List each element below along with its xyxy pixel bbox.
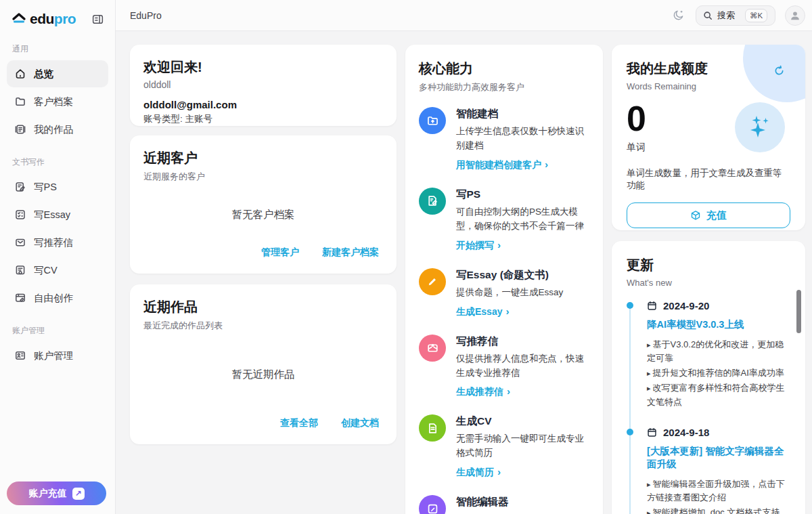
updates-card: 更新 What's new 2024-9-20 降AI率模型V3.0.3上线 基… — [612, 241, 805, 514]
refresh-icon[interactable] — [773, 65, 785, 77]
main-content: 欢迎回来! olddoll olddoll@gmail.com 账号类型: 主账… — [116, 31, 812, 514]
envelope-icon — [419, 335, 446, 362]
doc-pencil-icon — [14, 181, 26, 193]
capability-write-essay: 写Essay (命题文书) 提供命题，一键生成Essay 生成Essay› — [419, 268, 589, 318]
sidebar-item-write-essay[interactable]: 写Essay — [7, 201, 108, 228]
sidebar-collapse-icon[interactable] — [90, 12, 106, 27]
update-entry: 2024-9-18 [大版本更新] 智能文字编辑器全面升级 智能编辑器全面升级加… — [627, 427, 792, 514]
timeline-dot — [627, 429, 633, 435]
timeline-dot — [627, 302, 633, 309]
user-email: olddoll@gmail.com — [143, 99, 383, 110]
sidebar-item-overview[interactable]: 总览 — [7, 60, 108, 87]
updates-title: 更新 — [627, 256, 792, 274]
update-bullet: 智能建档增加 .doc 文档格式支持 — [647, 506, 792, 514]
update-entry: 2024-9-20 降AI率模型V3.0.3上线 基于V3.0.2的优化和改进，… — [627, 300, 792, 409]
updates-subtitle: What's new — [627, 278, 792, 288]
logo-text: edupro — [30, 11, 76, 27]
sidebar-item-client-files[interactable]: 客户档案 — [7, 88, 108, 115]
chevron-right-icon: › — [507, 385, 510, 397]
update-title-link[interactable]: 降AI率模型V3.0.3上线 — [647, 318, 744, 331]
sidebar-item-my-works[interactable]: 我的作品 — [7, 116, 108, 143]
shortcut-badge: ⌘K — [745, 9, 767, 22]
recent-works-card: 近期作品 最近完成的作品列表 暂无近期作品 查看全部 创建文档 — [130, 284, 397, 444]
words-remaining-value: 0 — [627, 101, 646, 136]
username: olddoll — [143, 79, 383, 90]
search-icon — [703, 11, 713, 20]
sidebar-section-general: 通用 — [12, 43, 103, 55]
account-type: 账号类型: 主账号 — [143, 113, 383, 125]
empty-clients-text: 暂无客户档案 — [143, 183, 383, 247]
sidebar-item-free-create[interactable]: 自由创作 — [7, 284, 108, 312]
sidebar: edupro 通用 总览 客户档案 我的作品 文书写作 写PS 写Essay 写… — [0, 0, 116, 514]
update-bullet: 改写更富有多样性和符合高校学生文笔特点 — [647, 381, 792, 408]
capability-link[interactable]: 生成推荐信› — [456, 385, 510, 398]
topbar: EduPro 搜索 ⌘K — [116, 0, 812, 31]
pencil-square-icon — [419, 495, 446, 514]
capability-link[interactable]: 生成简历› — [456, 466, 501, 479]
manage-clients-link[interactable]: 管理客户 — [261, 247, 299, 259]
home-icon — [14, 68, 26, 80]
capability-generate-cv: 生成CV 无需手动输入一键即可生成专业格式简历 生成简历› — [419, 414, 589, 479]
updates-timeline: 2024-9-20 降AI率模型V3.0.3上线 基于V3.0.2的优化和改进，… — [627, 300, 792, 514]
words-unit: 单词 — [627, 142, 646, 154]
update-title-link[interactable]: [大版本更新] 智能文字编辑器全面升级 — [647, 445, 792, 471]
capability-write-letter: 写推荐信 仅提供推荐人信息和亮点，快速生成专业推荐信 生成推荐信› — [419, 335, 589, 399]
recent-clients-card: 近期客户 近期服务的客户 暂无客户档案 管理客户 新建客户档案 — [130, 135, 397, 274]
app-logo: edupro — [11, 11, 76, 27]
sidebar-item-account[interactable]: 账户管理 — [7, 342, 108, 369]
capability-link[interactable]: 用智能建档创建客户› — [456, 158, 548, 171]
update-date: 2024-9-20 — [663, 300, 709, 312]
sidebar-item-write-letter[interactable]: 写推荐信 — [7, 229, 108, 256]
sidebar-section-account: 账户管理 — [12, 325, 103, 337]
page-title: EduPro — [130, 10, 162, 21]
recent-clients-subtitle: 近期服务的客户 — [143, 171, 383, 183]
chevron-right-icon: › — [497, 466, 501, 477]
recent-works-title: 近期作品 — [143, 298, 383, 316]
chevron-right-icon: › — [545, 158, 548, 170]
graduation-cap-icon — [11, 11, 27, 27]
doc-pencil-icon — [419, 188, 446, 215]
recent-clients-title: 近期客户 — [143, 149, 383, 167]
chevron-right-icon: › — [497, 239, 501, 251]
quota-subtitle: Words Remaining — [627, 81, 708, 91]
cv-icon — [14, 264, 26, 276]
search-label: 搜索 — [717, 9, 735, 22]
dark-mode-toggle[interactable] — [671, 7, 686, 23]
quota-title: 我的生成额度 — [627, 60, 708, 78]
recharge-button[interactable]: 充值 — [627, 202, 790, 228]
new-client-link[interactable]: 新建客户档案 — [322, 247, 379, 259]
welcome-title: 欢迎回来! — [143, 58, 383, 77]
sidebar-item-write-cv[interactable]: 写CV — [7, 257, 108, 284]
capabilities-title: 核心能力 — [419, 60, 589, 78]
account-recharge-button[interactable]: 账户充值 ↗ — [7, 481, 106, 505]
view-all-link[interactable]: 查看全部 — [280, 417, 318, 429]
update-bullet: 提升短文和推荐信的降AI率成功率 — [647, 366, 792, 380]
calendar-icon — [647, 427, 657, 437]
capability-write-ps: 写PS 可自由控制大纲的PS生成大模型，确保你的文书不会千篇一律 开始撰写› — [419, 188, 589, 252]
id-card-icon — [14, 349, 26, 362]
moon-icon — [672, 9, 685, 22]
calendar-icon — [647, 301, 657, 311]
chevron-right-icon: › — [505, 305, 509, 317]
arrow-up-right-icon: ↗ — [72, 488, 85, 500]
capability-smart-editor: 智能编辑器 使用EduPro的AI增强编辑器，自带一系列AI写作能力，快速创作文… — [419, 495, 589, 514]
search-input[interactable]: 搜索 ⌘K — [696, 5, 775, 26]
sidebar-item-write-ps[interactable]: 写PS — [7, 173, 108, 200]
create-doc-link[interactable]: 创建文档 — [341, 417, 379, 429]
checklist-icon — [14, 209, 26, 221]
folder-import-icon — [419, 107, 446, 134]
capability-link[interactable]: 开始撰写› — [456, 239, 501, 252]
pencil-icon — [419, 268, 446, 295]
capabilities-subtitle: 多种功能助力高效服务客户 — [419, 81, 589, 93]
capability-link[interactable]: 生成Essay› — [456, 305, 509, 318]
update-bullet: 智能编辑器全面升级加强，点击下方链接查看图文介绍 — [647, 477, 792, 505]
update-bullet: 基于V3.0.2的优化和改进，更加稳定可靠 — [647, 338, 792, 365]
works-icon — [14, 123, 26, 135]
person-icon — [789, 9, 801, 22]
update-date: 2024-9-18 — [663, 427, 709, 438]
user-avatar[interactable] — [785, 5, 805, 26]
recent-works-subtitle: 最近完成的作品列表 — [143, 320, 383, 332]
scrollbar-thumb[interactable] — [796, 290, 801, 333]
envelope-icon — [14, 236, 26, 249]
sidebar-section-writing: 文书写作 — [12, 156, 103, 168]
